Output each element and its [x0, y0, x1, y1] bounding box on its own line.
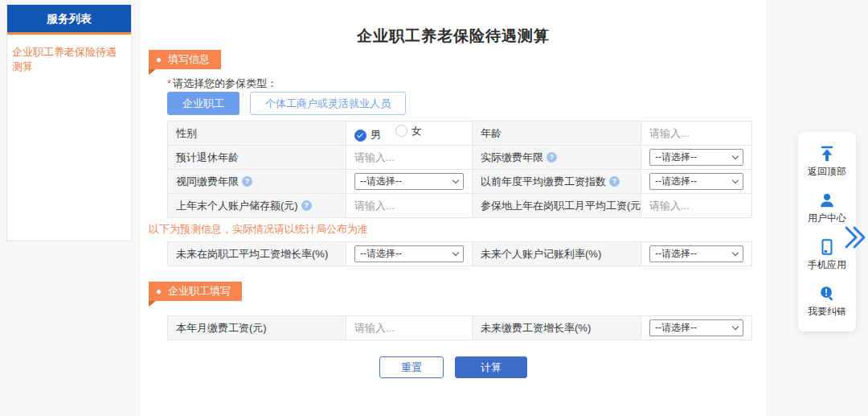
mobile-app-label: 手机应用	[808, 258, 846, 272]
deemed-years-label: 视同缴费年限	[176, 175, 239, 187]
future-account-rate-label: 未来个人账户记账利率(%)	[481, 248, 601, 260]
help-icon[interactable]: ?	[609, 176, 620, 187]
service-sidebar: 服务列表 企业职工养老保险待遇测算	[6, 4, 132, 241]
retire-age-input[interactable]	[354, 151, 464, 163]
wage-index-label-cell: 以前年度平均缴费工资指数?	[473, 170, 641, 194]
type-button-individual[interactable]: 个体工商户或灵活就业人员	[250, 92, 406, 115]
current-monthly-wage-value-cell	[346, 316, 473, 340]
current-monthly-wage-input[interactable]	[354, 322, 464, 334]
future-avg-wage-growth-select[interactable]: --请选择--	[354, 245, 464, 262]
age-label-cell: 年龄	[473, 122, 641, 146]
future-account-rate-select[interactable]: --请选择--	[649, 245, 743, 262]
table-row: 未来在岗职工平均工资增长率(%) --请选择-- 未来个人账户记账利率(%) -…	[168, 242, 752, 266]
report-error-item[interactable]: 我要纠错	[808, 285, 846, 319]
form-actions: 重置 计算	[141, 356, 766, 378]
chevron-down-icon	[732, 153, 739, 159]
actual-years-label-cell: 实际缴费年限?	[473, 146, 641, 170]
retire-age-label: 预计退休年龄	[176, 151, 239, 163]
table-row: 性别 男 女 年龄	[168, 122, 752, 146]
help-icon[interactable]: ?	[301, 200, 312, 211]
insured-type-buttons: 企业职工 个体工商户或灵活就业人员	[167, 92, 406, 115]
local-avg-wage-label: 参保地上年在岗职工月平均工资(元)	[481, 200, 641, 212]
badge-dot-icon	[157, 58, 161, 62]
gender-label-cell: 性别	[168, 122, 346, 146]
table-row: 预计退休年龄 实际缴费年限? --请选择--	[168, 146, 752, 170]
chevron-down-icon	[452, 177, 459, 183]
badge-tail-icon	[149, 301, 156, 307]
account-balance-value-cell	[346, 194, 473, 218]
table-row: 上年末个人账户储存额(元)? 参保地上年在岗职工月平均工资(元)?	[168, 194, 752, 218]
badge-dot-icon	[157, 290, 161, 294]
age-input[interactable]	[649, 127, 743, 139]
toolbar-expand-chevron[interactable]	[841, 224, 868, 254]
future-pay-wage-growth-select[interactable]: --请选择--	[649, 319, 743, 336]
help-icon[interactable]: ?	[547, 152, 557, 163]
section-badge-label: 填写信息	[168, 52, 210, 67]
future-avg-wage-growth-label-cell: 未来在岗职工平均工资增长率(%)	[168, 242, 346, 266]
forecast-table: 未来在岗职工平均工资增长率(%) --请选择-- 未来个人账户记账利率(%) -…	[167, 241, 752, 266]
radio-checked-icon	[354, 130, 366, 142]
current-monthly-wage-label-cell: 本年月缴费工资(元)	[168, 316, 346, 340]
badge-tail-icon	[149, 69, 156, 75]
chevron-down-icon	[732, 249, 739, 256]
account-balance-label-cell: 上年末个人账户储存额(元)?	[168, 194, 346, 218]
actual-years-value-cell: --请选择--	[641, 146, 752, 170]
chevron-down-icon	[732, 177, 739, 183]
user-center-item[interactable]: 用户中心	[808, 192, 846, 225]
retire-age-value-cell	[346, 146, 473, 170]
future-avg-wage-growth-value-cell: --请选择--	[346, 242, 473, 266]
insured-type-question: *请选择您的参保类型：	[167, 76, 277, 91]
radio-male-label: 男	[371, 128, 381, 142]
wage-index-label: 以前年度平均缴费工资指数	[481, 175, 606, 187]
back-to-top-label: 返回顶部	[808, 165, 846, 179]
radio-female-label: 女	[411, 124, 422, 138]
future-account-rate-value-cell: --请选择--	[641, 242, 752, 266]
reset-button[interactable]: 重置	[379, 356, 444, 378]
account-balance-input[interactable]	[354, 200, 464, 212]
gender-label: 性别	[176, 127, 197, 139]
age-label: 年龄	[481, 127, 502, 139]
basic-info-table: 性别 男 女 年龄 预计退休年龄 实际缴费年限? --请选择--	[167, 121, 752, 218]
table-row: 视同缴费年限? --请选择-- 以前年度平均缴费工资指数? --请选择--	[168, 170, 752, 194]
deemed-years-label-cell: 视同缴费年限?	[168, 170, 346, 194]
section-badge-fill-info: 填写信息	[149, 50, 221, 69]
calculate-button[interactable]: 计算	[455, 356, 527, 378]
actual-years-select[interactable]: --请选择--	[649, 149, 743, 166]
radio-unchecked-icon	[395, 125, 407, 137]
report-error-icon	[818, 285, 836, 303]
local-avg-wage-value-cell	[641, 194, 752, 218]
deemed-years-value-cell: --请选择--	[346, 170, 473, 194]
insured-type-label: 请选择您的参保类型：	[173, 77, 277, 89]
actual-years-label: 实际缴费年限	[481, 151, 543, 163]
sidebar-item-pension-calc[interactable]: 企业职工养老保险待遇测算	[7, 35, 131, 84]
age-value-cell	[641, 122, 752, 146]
back-to-top-icon	[818, 145, 836, 163]
local-avg-wage-input[interactable]	[649, 200, 743, 212]
help-icon[interactable]: ?	[242, 176, 252, 187]
wage-index-value-cell: --请选择--	[641, 170, 752, 194]
chevron-down-icon	[452, 249, 459, 256]
section-badge-enterprise-fill: 企业职工填写	[149, 282, 242, 301]
required-asterisk: *	[167, 77, 171, 89]
double-chevron-right-icon	[841, 224, 868, 251]
gender-radio-female[interactable]: 女	[395, 124, 422, 138]
current-monthly-wage-label: 本年月缴费工资(元)	[176, 322, 267, 334]
local-avg-wage-label-cell: 参保地上年在岗职工月平均工资(元)?	[473, 194, 641, 218]
mobile-app-icon	[818, 238, 836, 256]
back-to-top-item[interactable]: 返回顶部	[808, 145, 846, 179]
future-avg-wage-growth-label: 未来在岗职工平均工资增长率(%)	[176, 248, 328, 260]
enterprise-table: 本年月缴费工资(元) 未来缴费工资增长率(%) --请选择--	[167, 315, 752, 340]
future-pay-wage-growth-value-cell: --请选择--	[641, 316, 752, 340]
future-pay-wage-growth-label: 未来缴费工资增长率(%)	[481, 322, 591, 334]
report-error-label: 我要纠错	[808, 305, 846, 319]
page-title: 企业职工养老保险待遇测算	[141, 26, 766, 47]
retire-age-label-cell: 预计退休年龄	[168, 146, 346, 170]
wage-index-select[interactable]: --请选择--	[649, 173, 743, 190]
type-button-enterprise[interactable]: 企业职工	[167, 92, 240, 115]
deemed-years-select[interactable]: --请选择--	[354, 173, 464, 190]
table-row: 本年月缴费工资(元) 未来缴费工资增长率(%) --请选择--	[168, 316, 752, 340]
account-balance-label: 上年末个人账户储存额(元)	[176, 200, 298, 212]
page: { "colors": { "brand_blue": "#1355b4", "…	[0, 0, 868, 416]
gender-value-cell: 男 女	[346, 122, 473, 146]
gender-radio-male[interactable]: 男	[354, 128, 381, 142]
